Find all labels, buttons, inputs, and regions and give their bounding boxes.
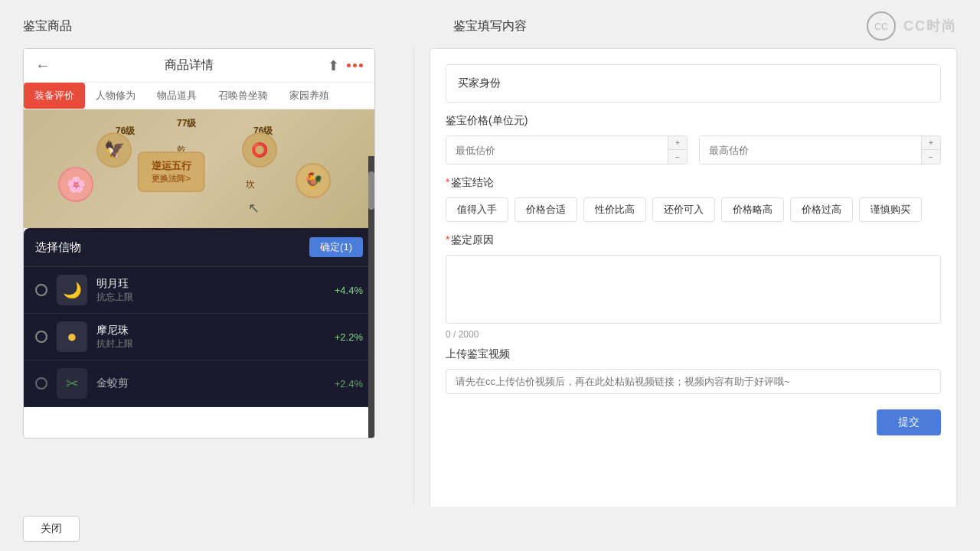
tab-garden[interactable]: 家园养殖: [279, 83, 340, 109]
conclusion-btn-1[interactable]: 价格合适: [514, 197, 577, 222]
buyer-title: 买家身份: [458, 77, 929, 90]
mobile-scrollbar[interactable]: [368, 156, 374, 438]
page-title-left: 鉴宝商品: [23, 18, 72, 34]
max-price-stepper: + −: [921, 136, 940, 164]
min-price-input[interactable]: [446, 136, 668, 164]
game-area: 76级 77级 76级 乾 坎 🦅 ⭕ 🌸: [24, 109, 374, 228]
reason-textarea[interactable]: [446, 255, 941, 324]
buyer-section: 买家身份: [446, 64, 941, 103]
item-list: 🌙 明月珏 抗忘上限 +4.4%: [24, 267, 374, 407]
char-circle-chicken: 🐓: [296, 163, 331, 198]
conclusion-btn-0[interactable]: 值得入手: [446, 197, 508, 222]
item-radio-3[interactable]: [35, 377, 47, 390]
panel-divider: [413, 48, 414, 523]
page-title-right: 鉴宝填写内容: [453, 18, 527, 34]
max-price-up[interactable]: +: [922, 136, 940, 150]
mobile-actions: ⬆: [328, 57, 363, 74]
max-price-down[interactable]: −: [922, 150, 940, 164]
item-value-1: +4.4%: [335, 285, 363, 296]
price-section: 鉴宝价格(单位元) + − + −: [446, 114, 941, 165]
min-price-up[interactable]: +: [668, 136, 687, 150]
more-dots[interactable]: [347, 64, 363, 67]
selection-modal: 选择信物 确定(1) 🌙 明月珏 抗忘上: [24, 228, 374, 407]
conclusion-label: 鉴宝结论: [446, 176, 941, 190]
selection-title: 选择信物: [35, 240, 81, 255]
conclusion-btn-4[interactable]: 价格略高: [721, 197, 784, 222]
footer: 关闭: [0, 507, 980, 551]
submit-button[interactable]: 提交: [877, 409, 941, 435]
item-radio-2[interactable]: [35, 331, 47, 343]
char-count: 0 / 2000: [446, 329, 941, 340]
min-price-stepper: + −: [668, 136, 687, 164]
conclusion-btn-2[interactable]: 性价比高: [583, 197, 646, 222]
list-item[interactable]: ● 摩尼珠 抗封上限 +2.2%: [24, 314, 374, 360]
char-circle-pink: 🌸: [58, 167, 93, 202]
confirm-button[interactable]: 确定(1): [309, 237, 363, 257]
char-circle-1: 🦅: [96, 132, 132, 168]
reason-section: 鉴定原因 0 / 2000: [446, 233, 941, 340]
item-icon-2: ●: [57, 321, 87, 352]
tab-items[interactable]: 物品道具: [146, 83, 207, 109]
item-sub-2: 抗封上限: [96, 337, 335, 350]
item-icon-3: ✂: [57, 368, 87, 399]
logo-text: CC时尚: [903, 17, 957, 35]
right-panel: 买家身份 鉴宝价格(单位元) + − +: [430, 48, 957, 523]
tab-summon[interactable]: 召唤兽坐骑: [207, 83, 279, 109]
center-text: 逆运五行: [152, 159, 191, 173]
item-value-3: +2.4%: [335, 378, 363, 390]
list-item[interactable]: 🌙 明月珏 抗忘上限 +4.4%: [24, 267, 374, 314]
list-item[interactable]: ✂ 金蛟剪 +2.4%: [24, 360, 374, 407]
mobile-frame: ← 商品详情 ⬆ 装备评价 人物修为 物品道具: [23, 48, 375, 439]
svg-text:CC: CC: [874, 21, 888, 32]
submit-row: 提交: [446, 409, 941, 435]
conclusion-btn-6[interactable]: 谨慎购买: [859, 197, 922, 222]
item-sub-1: 抗忘上限: [96, 291, 335, 304]
price-label: 鉴宝价格(单位元): [446, 114, 941, 128]
share-icon[interactable]: ⬆: [328, 57, 339, 74]
item-name-2: 摩尼珠: [96, 324, 335, 337]
scrollbar-thumb: [368, 171, 374, 210]
item-name-3: 金蛟剪: [96, 377, 335, 390]
max-price-group: + −: [699, 135, 941, 165]
item-icon-1: 🌙: [57, 275, 87, 305]
cursor-icon: ↖: [248, 200, 260, 217]
logo-icon: CC: [865, 11, 897, 41]
conclusion-btn-5[interactable]: 价格过高: [790, 197, 853, 222]
back-icon[interactable]: ←: [35, 57, 51, 74]
min-price-down[interactable]: −: [668, 150, 687, 164]
selection-header: 选择信物 确定(1): [24, 228, 374, 267]
conclusion-section: 鉴宝结论 值得入手 价格合适 性价比高 还价可入 价格略高 价格过高 谨慎购买: [446, 176, 941, 222]
close-button[interactable]: 关闭: [23, 516, 80, 542]
mobile-title: 商品详情: [165, 57, 214, 73]
reason-label: 鉴定原因: [446, 233, 941, 247]
char-circle-2: ⭕: [242, 132, 277, 168]
item-radio-1[interactable]: [35, 284, 47, 296]
item-info-2: 摩尼珠 抗封上限: [96, 324, 335, 350]
max-price-input[interactable]: [700, 136, 921, 164]
video-input[interactable]: [446, 369, 941, 394]
item-name-1: 明月珏: [96, 277, 335, 291]
video-section: 上传鉴宝视频: [446, 347, 941, 394]
conclusion-btn-3[interactable]: 还价可入: [652, 197, 715, 222]
tab-equipment[interactable]: 装备评价: [24, 83, 85, 109]
mobile-topbar: ← 商品详情 ⬆: [24, 49, 374, 83]
item-info-3: 金蛟剪: [96, 377, 335, 390]
video-label: 上传鉴宝视频: [446, 347, 941, 361]
tab-character[interactable]: 人物修为: [85, 83, 146, 109]
min-price-group: + −: [446, 135, 688, 165]
center-sub: 更换法阵>: [152, 173, 191, 184]
left-panel: ← 商品详情 ⬆ 装备评价 人物修为 物品道具: [23, 48, 398, 523]
mobile-tab-bar: 装备评价 人物修为 物品道具 召唤兽坐骑 家园养殖: [24, 83, 374, 109]
conclusion-buttons: 值得入手 价格合适 性价比高 还价可入 价格略高 价格过高 谨慎购买: [446, 197, 941, 222]
center-badge: 逆运五行 更换法阵>: [138, 152, 205, 192]
item-info-1: 明月珏 抗忘上限: [96, 277, 335, 304]
direction-kan: 坎: [246, 178, 255, 191]
item-value-2: +2.2%: [335, 331, 363, 343]
level-2: 77级: [177, 117, 196, 130]
